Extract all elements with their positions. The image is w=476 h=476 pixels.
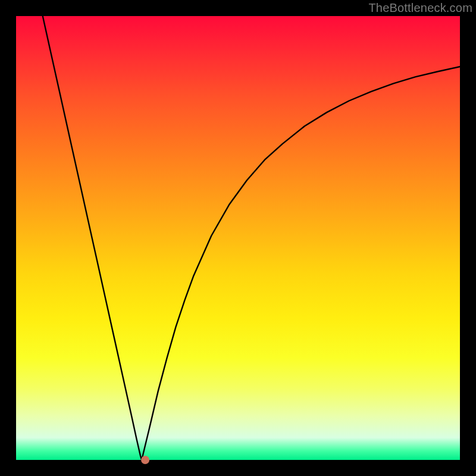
watermark-text: TheBottleneck.com (368, 1, 472, 15)
curve-layer (16, 16, 460, 460)
vertex-dot (141, 456, 149, 464)
chart-frame: TheBottleneck.com (0, 0, 476, 476)
bottleneck-curve (43, 16, 460, 460)
